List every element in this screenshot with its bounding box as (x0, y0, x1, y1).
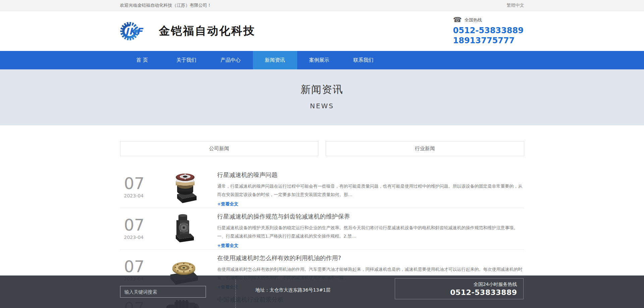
top-bar: 欢迎光临金铠福自动化科技（江苏）有限公司！ 繁體中文 (0, 0, 644, 11)
tab-company-news[interactable]: 公司新闻 (120, 141, 319, 156)
news-day: 07 (124, 258, 155, 275)
news-excerpt: 行星减速机设备的维护关系到设备的稳定运行和企业的生产效率。然后今天我们将讨论行星… (217, 224, 524, 240)
footer-divider (235, 280, 236, 308)
news-body: 行星减速机的噪声问题 通常，行星减速机的噪声问题在运行过程中可能会有一些噪音，有… (217, 170, 524, 207)
news-title-link[interactable]: 在使用减速机时怎么样有效的利用机油的作用? (217, 254, 524, 262)
keyword-search-box (120, 286, 206, 298)
news-row-2: 07 2023-04 (120, 208, 524, 250)
news-row-1: 07 2023-04 (120, 167, 524, 208)
company-address: 地址：太仓市大连东路36号13#1层 (256, 287, 331, 293)
service-hotline-label: 全国24小时服务热线 (395, 282, 517, 288)
news-thumbnail-right-angle-gearbox[interactable] (164, 212, 201, 245)
main-nav: 首 页 关于我们 产品中心 新闻资讯 案例展示 联系我们 (0, 51, 644, 69)
search-input[interactable] (120, 286, 206, 297)
news-day: 07 (124, 217, 155, 233)
news-date: 07 2023-04 (120, 170, 155, 198)
news-date: 07 2023-04 (120, 212, 155, 240)
news-year-month: 2023-04 (124, 235, 155, 240)
news-category-tabs: 公司新闻 行业新闻 (120, 141, 524, 156)
footer-bar: 地址：太仓市大连东路36号13#1层 全国24小时服务热线 0512-53833… (0, 275, 644, 308)
news-body: 行星减速机的操作规范与斜齿轮减速机的维护保养 行星减速机设备的维护关系到设备的稳… (217, 212, 524, 249)
welcome-text: 欢迎光临金铠福自动化科技（江苏）有限公司！ (120, 2, 212, 8)
read-more-link[interactable]: +查看全文 (217, 201, 238, 207)
company-name: 金铠福自动化科技 (159, 23, 256, 39)
telephone-icon: ☎ (453, 16, 462, 23)
news-year-month: 2023-04 (124, 193, 155, 198)
logo-jkf-letters: JKF (125, 26, 143, 37)
page-title: 新闻资讯 (0, 69, 644, 97)
hotline-phone-1: 0512-53833889 (453, 25, 524, 36)
hotline-phone-2: 18913775777 (453, 36, 524, 46)
tab-industry-news[interactable]: 行业新闻 (326, 141, 524, 156)
nav-item-cases[interactable]: 案例展示 (297, 51, 341, 69)
header-hotline: ☎ 全国热线 0512-53833889 18913775777 (453, 16, 524, 46)
read-more-link[interactable]: +查看全文 (217, 243, 238, 249)
news-thumbnail-planetary-gearbox[interactable] (164, 170, 201, 204)
nav-item-about[interactable]: 关于我们 (164, 51, 209, 69)
service-hotline-number: 0512-53833889 (395, 288, 517, 297)
site-header: JKF 金铠福自动化科技 ☎ 全国热线 0512-53833889 189137… (0, 11, 644, 51)
nav-item-contact[interactable]: 联系我们 (341, 51, 386, 69)
gear-logo-icon: JKF (120, 20, 142, 42)
service-hotline-box: 全国24小时服务热线 0512-53833889 (395, 278, 524, 299)
hotline-label: 全国热线 (465, 17, 482, 23)
nav-item-home[interactable]: 首 页 (120, 51, 164, 69)
company-logo[interactable]: JKF 金铠福自动化科技 (120, 20, 256, 42)
page-banner: 新闻资讯 NEWS (0, 69, 644, 125)
news-title-link[interactable]: 行星减速机的噪声问题 (217, 171, 524, 179)
page-subtitle: NEWS (0, 102, 644, 110)
nav-item-news[interactable]: 新闻资讯 (253, 51, 297, 69)
nav-item-products[interactable]: 产品中心 (209, 51, 253, 69)
news-day: 07 (124, 175, 155, 192)
traditional-chinese-link[interactable]: 繁體中文 (507, 2, 524, 8)
news-title-link[interactable]: 行星减速机的操作规范与斜齿轮减速机的维护保养 (217, 212, 524, 221)
news-excerpt: 通常，行星减速机的噪声问题在运行过程中可能会有一些噪音，有的可能是质量问题，也有… (217, 182, 524, 199)
